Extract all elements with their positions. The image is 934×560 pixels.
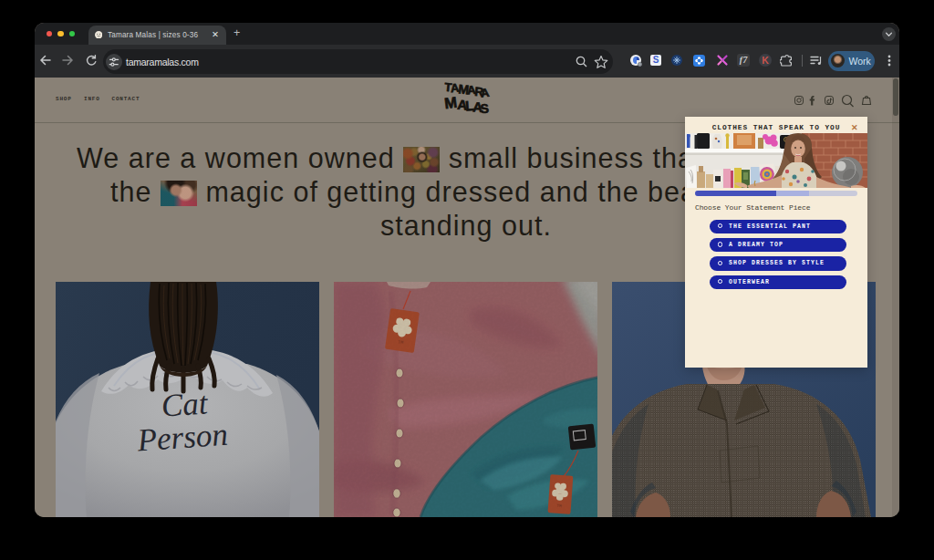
svg-text:A: A [480, 86, 491, 100]
svg-text:Person: Person [135, 417, 229, 459]
svg-text:S: S [480, 100, 490, 116]
svg-text:M: M [444, 94, 458, 112]
